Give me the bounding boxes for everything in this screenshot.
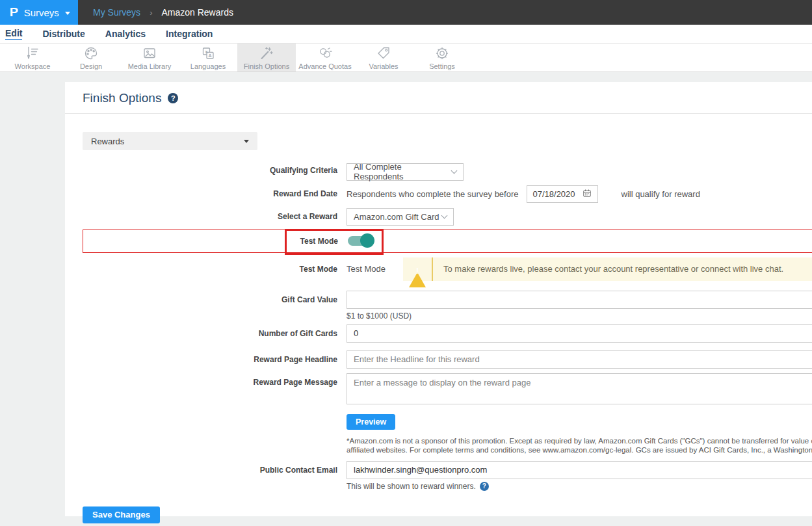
select-reward-label: Select a Reward <box>83 212 337 221</box>
questionpro-logo: P <box>10 5 18 20</box>
category-selected-value: Rewards <box>91 137 124 146</box>
toolbar-item-variables[interactable]: Variables <box>354 44 413 72</box>
toolbar-item-media-library[interactable]: Media Library <box>120 44 179 72</box>
magic-wand-icon <box>259 46 274 61</box>
page-background: Finish Options ? Rewards Qualifying Crit… <box>0 82 812 526</box>
tag-icon <box>376 46 391 61</box>
warning-triangle-icon: ! <box>409 261 426 276</box>
reward-end-date-label: Reward End Date <box>83 189 337 198</box>
surveys-app-menu[interactable]: P Surveys <box>0 0 78 25</box>
reward-end-date-input[interactable]: 07/18/2020 <box>527 185 598 203</box>
reward-end-date-suffix: will qualify for reward <box>622 189 700 199</box>
chevron-down-icon <box>65 12 70 15</box>
translate-icon: xA <box>200 46 216 61</box>
reward-end-date-prefix: Respondents who complete the survey befo… <box>347 189 519 199</box>
row-reward-page-message: Reward Page Message <box>83 373 812 407</box>
public-contact-email-label: Public Contact Email <box>83 466 337 475</box>
calendar-icon[interactable] <box>583 189 592 200</box>
toggle-knob <box>360 233 374 248</box>
breadcrumb: My Surveys › Amazon Rewards <box>93 7 233 18</box>
test-mode-toggle-label: Test Mode <box>83 237 338 246</box>
toolbar-item-advance-quotas[interactable]: Advance Quotas <box>296 44 354 72</box>
test-mode-toggle[interactable] <box>348 236 373 246</box>
disclaimer-line-1: *Amazon.com is not a sponsor of this pro… <box>347 436 812 445</box>
row-test-mode-status: Test Mode Test Mode ! To make rewards li… <box>83 257 812 281</box>
toolbar-item-design[interactable]: Design <box>62 44 120 72</box>
row-public-contact-email: Public Contact Email <box>83 461 812 479</box>
row-gift-card-value: Gift Card Value <box>83 291 812 309</box>
chevron-down-icon <box>441 212 448 218</box>
finish-option-category-dropdown[interactable]: Rewards <box>83 132 257 150</box>
breadcrumb-separator: › <box>150 8 152 18</box>
disclaimer-line-2: affiliated websites. For complete terms … <box>347 445 812 454</box>
toolbar-item-workspace[interactable]: Workspace <box>3 44 62 72</box>
product-name: Surveys <box>24 7 59 18</box>
qualifying-criteria-label: Qualifying Criteria <box>83 166 337 175</box>
row-reward-end-date: Reward End Date Respondents who complete… <box>83 185 812 203</box>
qualifying-criteria-select[interactable]: All Complete Respondents <box>347 163 464 181</box>
reward-page-headline-input[interactable] <box>347 350 812 369</box>
test-mode-status-value: Test Mode <box>347 264 403 274</box>
preview-button[interactable]: Preview <box>347 414 395 430</box>
svg-text:x: x <box>205 49 208 53</box>
number-of-gift-cards-label: Number of Gift Cards <box>83 329 337 338</box>
nav-tab-edit[interactable]: Edit <box>5 28 22 40</box>
palette-icon <box>83 46 99 61</box>
toolbar-item-settings[interactable]: Settings <box>413 44 471 72</box>
reward-page-headline-label: Reward Page Headline <box>83 355 337 364</box>
breadcrumb-my-surveys[interactable]: My Surveys <box>93 7 140 18</box>
top-header-bar: P Surveys My Surveys › Amazon Rewards <box>0 0 812 25</box>
row-number-of-gift-cards: Number of Gift Cards <box>83 324 812 343</box>
row-test-mode-toggle: Test Mode <box>83 230 812 253</box>
toolbar-item-finish-options[interactable]: Finish Options <box>237 44 296 72</box>
gear-icon <box>434 46 450 61</box>
edit-toolbar: Workspace Design Media Library xA Langua… <box>0 44 812 72</box>
help-icon[interactable]: ? <box>480 482 489 491</box>
gift-card-value-label: Gift Card Value <box>83 295 337 304</box>
select-reward-select[interactable]: Amazon.com Gift Card <box>347 208 454 226</box>
links-icon <box>317 46 333 61</box>
row-reward-page-headline: Reward Page Headline <box>83 350 812 369</box>
public-contact-email-input[interactable] <box>347 461 812 479</box>
breadcrumb-current-survey: Amazon Rewards <box>161 7 233 18</box>
public-contact-email-hint: This will be shown to reward winners. ? <box>347 482 812 491</box>
amazon-disclaimer: *Amazon.com is not a sponsor of this pro… <box>347 436 812 454</box>
page-title: Finish Options <box>83 91 161 105</box>
warning-text: To make rewards live, please contact you… <box>433 264 794 274</box>
nav-tab-distribute[interactable]: Distribute <box>42 29 85 40</box>
toolbar-item-languages[interactable]: xA Languages <box>179 44 237 72</box>
title-divider <box>65 113 812 114</box>
primary-nav: Edit Distribute Analytics Integration <box>0 25 812 44</box>
chevron-down-icon <box>451 167 458 174</box>
gift-card-value-hint: $1 to $1000 (USD) <box>347 311 812 321</box>
save-changes-button[interactable]: Save Changes <box>83 506 160 523</box>
nav-tab-integration[interactable]: Integration <box>166 29 213 40</box>
reward-page-message-textarea[interactable] <box>347 373 812 404</box>
test-mode-status-label: Test Mode <box>83 265 337 274</box>
number-of-gift-cards-input[interactable] <box>347 324 812 343</box>
finish-options-panel: Finish Options ? Rewards Qualifying Crit… <box>65 82 812 516</box>
row-select-reward: Select a Reward Amazon.com Gift Card <box>83 208 812 226</box>
row-qualifying-criteria: Qualifying Criteria All Complete Respond… <box>83 161 812 181</box>
chevron-down-icon <box>244 140 249 143</box>
gift-card-value-input[interactable] <box>347 291 812 309</box>
nav-tab-analytics[interactable]: Analytics <box>105 29 146 40</box>
svg-text:A: A <box>208 53 211 58</box>
warning-banner: ! To make rewards live, please contact y… <box>403 257 812 281</box>
help-icon[interactable]: ? <box>168 93 178 103</box>
reward-page-message-label: Reward Page Message <box>83 378 337 387</box>
workspace-icon <box>25 46 40 61</box>
image-icon <box>142 46 157 61</box>
